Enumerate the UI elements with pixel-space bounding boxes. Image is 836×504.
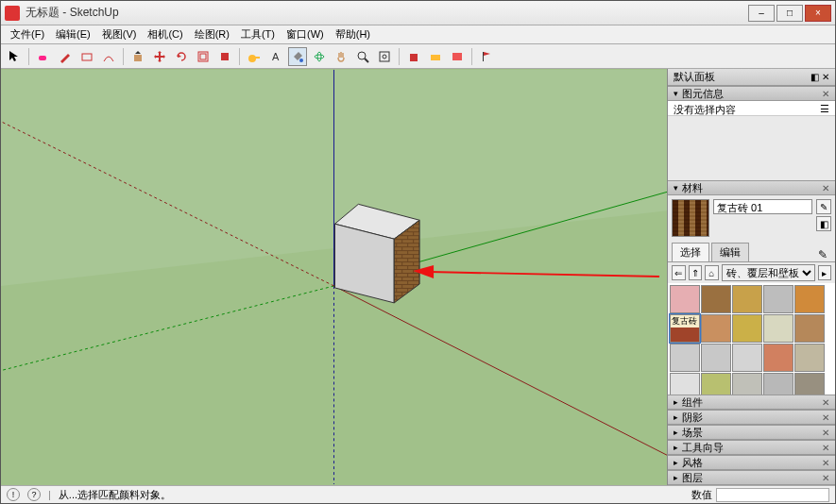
create-material-icon[interactable]: ✎ — [816, 199, 831, 214]
close-button[interactable]: × — [805, 5, 831, 22]
warehouse-icon[interactable] — [404, 47, 423, 66]
menu-bar: 文件(F) 编辑(E) 视图(V) 相机(C) 绘图(R) 工具(T) 窗口(W… — [1, 25, 835, 44]
tape-tool-icon[interactable] — [245, 47, 264, 66]
instructor-label: 工具向导 — [682, 441, 724, 455]
material-swatch[interactable] — [670, 373, 700, 395]
tray-pin-icon[interactable]: ◧ ✕ — [810, 72, 829, 82]
material-swatch[interactable] — [701, 344, 731, 372]
measurement-label: 数值 — [691, 488, 712, 502]
close-icon[interactable]: ✕ — [822, 183, 829, 193]
pushpull-tool-icon[interactable] — [128, 47, 147, 66]
paintbucket-tool-icon[interactable] — [288, 47, 307, 66]
close-icon[interactable]: ✕ — [822, 458, 829, 468]
material-swatch[interactable] — [732, 344, 762, 372]
minimize-button[interactable]: – — [748, 5, 775, 22]
close-icon[interactable]: ✕ — [822, 89, 829, 99]
material-swatch[interactable] — [670, 285, 700, 313]
close-icon[interactable]: ✕ — [822, 412, 829, 423]
material-swatch[interactable] — [763, 285, 793, 313]
eyedropper-icon[interactable]: ✎ — [814, 248, 831, 261]
menu-draw[interactable]: 绘图(R) — [189, 25, 235, 43]
zoomextents-tool-icon[interactable] — [375, 47, 394, 66]
pan-tool-icon[interactable] — [332, 47, 350, 66]
context-icon[interactable]: ☰ — [820, 103, 829, 113]
material-swatch[interactable] — [732, 373, 762, 395]
instructor-header[interactable]: ▸ 工具向导 ✕ — [668, 440, 835, 455]
scale-tool-icon[interactable] — [215, 47, 234, 66]
material-swatch[interactable] — [701, 373, 731, 395]
orbit-tool-icon[interactable] — [310, 47, 329, 66]
eraser-tool-icon[interactable] — [34, 47, 53, 66]
material-swatch[interactable] — [794, 285, 825, 313]
text-tool-icon[interactable]: A — [266, 47, 285, 66]
shadows-header[interactable]: ▸ 阴影 ✕ — [668, 410, 835, 425]
flag-icon[interactable] — [477, 47, 496, 66]
scenes-header[interactable]: ▸ 场景 ✕ — [668, 425, 835, 440]
tab-edit[interactable]: 编辑 — [711, 243, 749, 261]
close-icon[interactable]: ✕ — [822, 443, 829, 453]
material-swatch[interactable] — [763, 314, 793, 343]
back-icon[interactable]: ⇐ — [672, 265, 686, 280]
move-tool-icon[interactable] — [150, 47, 169, 66]
rectangle-tool-icon[interactable] — [77, 47, 96, 66]
library-select[interactable]: 砖、覆层和壁板 — [722, 264, 815, 281]
close-icon[interactable]: ✕ — [822, 473, 829, 483]
components-header[interactable]: ▸ 组件 ✕ — [668, 395, 835, 410]
material-swatch[interactable] — [763, 344, 793, 372]
menu-help[interactable]: 帮助(H) — [330, 25, 376, 43]
styles-header[interactable]: ▸ 风格 ✕ — [668, 455, 835, 470]
tray-header[interactable]: 默认面板 ◧ ✕ — [668, 69, 835, 86]
extension-icon[interactable] — [426, 47, 445, 66]
rotate-tool-icon[interactable] — [172, 47, 191, 66]
entity-info-header[interactable]: ▾ 图元信息 ✕ — [668, 86, 835, 101]
menu-edit[interactable]: 编辑(E) — [50, 25, 96, 43]
viewport[interactable] — [1, 69, 668, 485]
material-swatch[interactable]: 复古砖 01 — [670, 314, 700, 343]
svg-rect-18 — [452, 53, 462, 60]
arc-tool-icon[interactable] — [99, 47, 118, 66]
material-swatch[interactable] — [794, 314, 825, 343]
close-icon[interactable]: ✕ — [822, 397, 829, 408]
menu-tools[interactable]: 工具(T) — [235, 25, 281, 43]
material-swatch[interactable] — [732, 314, 762, 343]
geolocation-icon[interactable]: ! — [7, 488, 20, 501]
details-icon[interactable]: ▸ — [818, 265, 832, 280]
default-material-icon[interactable]: ◧ — [816, 216, 831, 231]
pencil-tool-icon[interactable] — [56, 47, 75, 66]
measurement-input[interactable] — [716, 488, 829, 502]
menu-camera[interactable]: 相机(C) — [142, 25, 188, 43]
collapse-arrow-icon: ▾ — [674, 183, 678, 193]
offset-tool-icon[interactable] — [194, 47, 213, 66]
tab-select[interactable]: 选择 — [672, 243, 709, 261]
material-name-field[interactable]: 复古砖 01 — [713, 199, 812, 214]
credits-icon[interactable]: ? — [27, 488, 41, 501]
material-swatch[interactable] — [670, 344, 700, 372]
select-tool-icon[interactable] — [5, 47, 24, 66]
forward-icon[interactable]: ⇑ — [689, 265, 703, 280]
layers-header[interactable]: ▸ 图层 ✕ — [668, 470, 835, 485]
cube-model[interactable] — [334, 204, 419, 303]
material-swatch[interactable] — [794, 344, 825, 372]
maximize-button[interactable]: □ — [776, 5, 803, 22]
material-preview[interactable] — [672, 199, 709, 237]
svg-rect-19 — [483, 52, 484, 61]
zoom-tool-icon[interactable] — [353, 47, 372, 66]
scenes-label: 场景 — [682, 426, 703, 440]
close-icon[interactable]: ✕ — [822, 428, 829, 438]
menu-view[interactable]: 视图(V) — [96, 25, 143, 43]
material-swatch[interactable] — [794, 373, 825, 395]
svg-point-9 — [299, 59, 303, 62]
material-swatch[interactable] — [732, 285, 762, 313]
svg-point-10 — [315, 55, 324, 59]
layout-icon[interactable] — [448, 47, 467, 66]
materials-header[interactable]: ▾ 材料 ✕ — [668, 180, 835, 195]
material-swatch[interactable] — [701, 285, 731, 313]
menu-window[interactable]: 窗口(W) — [281, 25, 330, 43]
material-swatch[interactable] — [701, 314, 731, 343]
app-icon — [5, 6, 20, 21]
collapse-arrow-icon: ▸ — [674, 412, 678, 422]
scene-canvas — [1, 69, 667, 485]
home-icon[interactable]: ⌂ — [705, 265, 719, 280]
menu-file[interactable]: 文件(F) — [5, 25, 50, 43]
material-swatch[interactable] — [763, 373, 793, 395]
